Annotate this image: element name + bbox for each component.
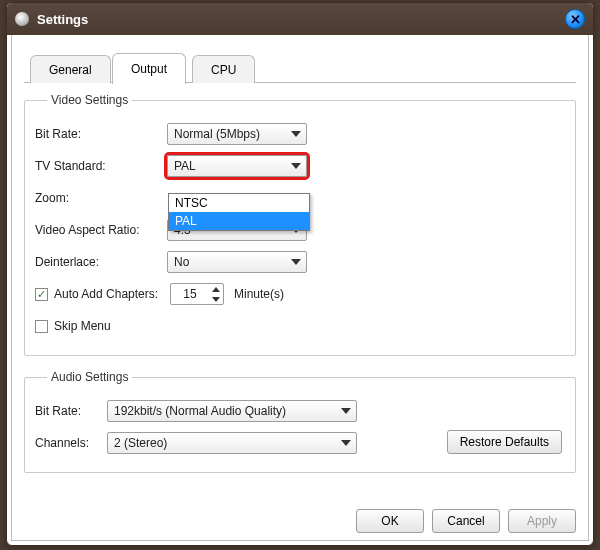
tab-output[interactable]: Output	[112, 53, 186, 84]
tv-standard-select[interactable]: PAL	[167, 155, 307, 177]
audio-settings-group: Audio Settings Bit Rate: 192kbit/s (Norm…	[24, 370, 576, 473]
tv-standard-dropdown: NTSC PAL	[168, 193, 310, 231]
apply-label: Apply	[527, 514, 557, 528]
tab-output-label: Output	[131, 62, 167, 76]
audio-bitrate-value: 192kbit/s (Normal Audio Quality)	[114, 404, 286, 418]
tab-general[interactable]: General	[30, 55, 111, 83]
auto-add-chapters-label: Auto Add Chapters:	[54, 287, 170, 301]
zoom-label: Zoom:	[35, 191, 167, 205]
ok-button[interactable]: OK	[356, 509, 424, 533]
titlebar: Settings ✕	[7, 3, 593, 35]
auto-add-chapters-checkbox[interactable]	[35, 288, 48, 301]
svg-marker-1	[212, 297, 220, 302]
tab-general-label: General	[49, 63, 92, 77]
video-settings-group: Video Settings Bit Rate: Normal (5Mbps) …	[24, 93, 576, 356]
skip-menu-checkbox[interactable]	[35, 320, 48, 333]
video-settings-legend: Video Settings	[47, 93, 132, 107]
chevron-down-icon	[291, 163, 301, 169]
cancel-label: Cancel	[447, 514, 484, 528]
restore-defaults-button[interactable]: Restore Defaults	[447, 430, 562, 454]
output-panel: Video Settings Bit Rate: Normal (5Mbps) …	[24, 83, 576, 500]
apply-button[interactable]: Apply	[508, 509, 576, 533]
settings-window: Settings ✕ General Output CPU Video Sett…	[6, 2, 594, 546]
ok-label: OK	[381, 514, 398, 528]
dialog-footer: OK Cancel Apply	[12, 502, 588, 540]
auto-add-chapters-unit: Minute(s)	[234, 287, 284, 301]
video-bitrate-value: Normal (5Mbps)	[174, 127, 260, 141]
chevron-down-icon	[341, 440, 351, 446]
audio-settings-legend: Audio Settings	[47, 370, 132, 384]
close-button[interactable]: ✕	[565, 9, 585, 29]
tv-standard-option-ntsc[interactable]: NTSC	[169, 194, 309, 212]
dialog-body: General Output CPU Video Settings Bit Ra…	[11, 35, 589, 541]
audio-bitrate-label: Bit Rate:	[35, 404, 107, 418]
video-bitrate-label: Bit Rate:	[35, 127, 167, 141]
auto-add-chapters-spinner[interactable]: 15	[170, 283, 224, 305]
spinner-up-icon[interactable]	[209, 284, 223, 294]
tv-standard-value: PAL	[174, 159, 196, 173]
skip-menu-label: Skip Menu	[54, 319, 111, 333]
spinner-down-icon[interactable]	[209, 294, 223, 304]
cancel-button[interactable]: Cancel	[432, 509, 500, 533]
svg-marker-0	[212, 287, 220, 292]
auto-add-chapters-value: 15	[171, 287, 209, 301]
audio-bitrate-select[interactable]: 192kbit/s (Normal Audio Quality)	[107, 400, 357, 422]
app-icon	[15, 12, 29, 26]
deinterlace-value: No	[174, 255, 189, 269]
chevron-down-icon	[291, 259, 301, 265]
deinterlace-label: Deinterlace:	[35, 255, 167, 269]
audio-channels-select[interactable]: 2 (Stereo)	[107, 432, 357, 454]
tab-cpu-label: CPU	[211, 63, 236, 77]
tv-standard-label: TV Standard:	[35, 159, 167, 173]
chevron-down-icon	[291, 131, 301, 137]
tab-bar: General Output CPU	[24, 49, 576, 83]
aspect-ratio-label: Video Aspect Ratio:	[35, 223, 167, 237]
audio-channels-label: Channels:	[35, 436, 107, 450]
restore-defaults-label: Restore Defaults	[460, 435, 549, 449]
audio-channels-value: 2 (Stereo)	[114, 436, 167, 450]
chevron-down-icon	[341, 408, 351, 414]
tv-standard-option-pal[interactable]: PAL	[169, 212, 309, 230]
window-title: Settings	[37, 12, 565, 27]
tab-cpu[interactable]: CPU	[192, 55, 255, 83]
video-bitrate-select[interactable]: Normal (5Mbps)	[167, 123, 307, 145]
deinterlace-select[interactable]: No	[167, 251, 307, 273]
